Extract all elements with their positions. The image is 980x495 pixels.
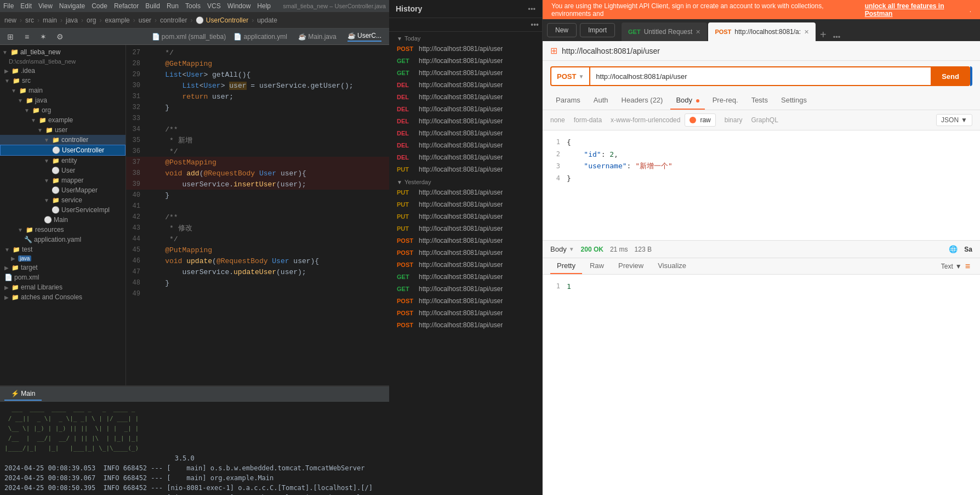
history-today-collapse[interactable]: ▼ — [397, 36, 402, 42]
tab-close-icon[interactable]: ✕ — [696, 29, 700, 36]
tree-main[interactable]: ▼📁 main — [0, 86, 126, 95]
url-input[interactable] — [590, 66, 931, 86]
tree-target[interactable]: ▶📁 target — [0, 263, 126, 272]
menu-edit[interactable]: Edit — [20, 2, 32, 10]
menu-tools[interactable]: Tools — [185, 2, 201, 10]
tree-main-class[interactable]: ⚪ Main — [0, 215, 126, 225]
body-type-urlencoded[interactable]: x-www-form-urlencoded — [611, 116, 680, 124]
toolbar-settings-btn[interactable]: ⚙ — [54, 31, 66, 43]
tree-user-entity[interactable]: ⚪ User — [0, 166, 126, 175]
history-item[interactable]: GET http://localhost:8081/api/user — [389, 55, 542, 67]
import-button[interactable]: Import — [580, 23, 615, 37]
tree-example[interactable]: ▼📁 example — [0, 115, 126, 125]
tab-prereq[interactable]: Pre-req. — [707, 92, 744, 110]
tree-entity[interactable]: ▼📁 entity — [0, 156, 126, 166]
tab-post-active[interactable]: POST http://localhost:8081/a: ✕ — [708, 22, 816, 41]
body-type-graphql[interactable]: GraphQL — [751, 116, 778, 124]
menu-view[interactable]: View — [38, 2, 53, 10]
history-item[interactable]: DEL http://localhost:8081/api/user — [389, 91, 542, 103]
menu-build[interactable]: Build — [145, 2, 160, 10]
tabs-more-btn[interactable]: ••• — [831, 33, 843, 41]
menu-vcs[interactable]: VCS — [207, 2, 221, 10]
tree-test-java[interactable]: ▶java — [0, 254, 126, 263]
tab-settings[interactable]: Settings — [776, 92, 812, 110]
menu-window[interactable]: Window — [227, 2, 251, 10]
tree-controller-folder[interactable]: ▼📁 controller — [0, 135, 126, 145]
body-type-raw[interactable]: raw — [685, 113, 715, 127]
ide-editor[interactable]: 27 */ 28 @GetMapping 29 List<User> getAl… — [126, 45, 389, 385]
add-tab-btn[interactable]: + — [816, 29, 831, 41]
history-more-icon[interactable]: ••• — [528, 5, 535, 13]
tree-user-pkg[interactable]: ▼📁 user — [0, 125, 126, 135]
resp-icon-btn[interactable]: ≡ — [963, 261, 972, 271]
history-item[interactable]: PUT http://localhost:8081/api/user — [389, 186, 542, 198]
tab-label-pom[interactable]: 📄 pom.xml (small_tieba) — [152, 33, 226, 41]
tab-label-main[interactable]: ☕ Main.java — [298, 33, 337, 41]
tab-label-controller[interactable]: ☕ UserC... — [347, 32, 381, 42]
toolbar-star-btn[interactable]: ✶ — [37, 31, 49, 43]
toolbar-structure-btn[interactable]: ⊞ — [4, 31, 16, 43]
tree-app-yaml[interactable]: 🔧 application.yaml — [0, 235, 126, 244]
tree-mapper[interactable]: ▼📁 mapper — [0, 175, 126, 185]
history-item[interactable]: DEL http://localhost:8081/api/user — [389, 139, 542, 151]
history-item[interactable]: GET http://localhost:8081/api/user — [389, 271, 542, 283]
tree-user-controller[interactable]: ⚪ UserController — [0, 145, 126, 156]
tab-label-yml[interactable]: 📄 application.yml — [233, 33, 287, 41]
tree-service-impl[interactable]: ⚪ UserServiceImpl — [0, 205, 126, 215]
history-item[interactable]: DEL http://localhost:8081/api/user — [389, 127, 542, 139]
body-type-formdata[interactable]: form-data — [574, 116, 602, 124]
tab-body[interactable]: Body — [670, 92, 704, 110]
tree-src[interactable]: ▼📁 src — [0, 76, 126, 86]
tree-user-mapper[interactable]: ⚪ UserMapper — [0, 185, 126, 195]
menu-code[interactable]: Code — [92, 2, 107, 10]
history-item[interactable]: POST http://localhost:8081/api/user — [389, 235, 542, 247]
history-item[interactable]: DEL http://localhost:8081/api/user — [389, 79, 542, 91]
tree-java-dir[interactable]: ▼📁 java — [0, 95, 126, 105]
tree-resources[interactable]: ▼📁 resources — [0, 225, 126, 235]
menu-file[interactable]: File — [3, 2, 14, 10]
resp-format-selector[interactable]: Text ▼ — [941, 263, 962, 270]
tree-ext-libs[interactable]: ▶📁 ernal Libraries — [0, 282, 126, 292]
tab-headers[interactable]: Headers (22) — [616, 92, 669, 110]
tab-params[interactable]: Params — [550, 92, 586, 110]
history-item[interactable]: POST http://localhost:8081/api/user — [389, 319, 542, 331]
request-body-editor[interactable]: 1 { 2 "id": 2, 3 "username": "新增一个" 4 } — [543, 130, 980, 240]
history-item[interactable]: POST http://localhost:8081/api/user — [389, 295, 542, 307]
format-selector[interactable]: JSON ▼ — [936, 114, 972, 126]
history-yesterday-collapse[interactable]: ▼ — [397, 179, 402, 185]
menu-run[interactable]: Run — [167, 2, 179, 10]
body-dropdown-icon[interactable]: ▼ — [569, 246, 574, 252]
menu-help[interactable]: Help — [257, 2, 271, 10]
history-item[interactable]: PUT http://localhost:8081/api/user — [389, 198, 542, 210]
resp-tab-raw[interactable]: Raw — [583, 258, 611, 274]
tree-org[interactable]: ▼📁 org — [0, 105, 126, 115]
history-item[interactable]: PUT http://localhost:8081/api/user — [389, 163, 542, 175]
tab-get-untitled[interactable]: GET Untitled Request ✕ — [622, 22, 707, 41]
resp-tab-visualize[interactable]: Visualize — [651, 258, 693, 274]
tree-service[interactable]: ▼📁 service — [0, 195, 126, 205]
menu-refactor[interactable]: Refactor — [114, 2, 139, 10]
banner-unlock-link[interactable]: unlock all free features in Postman — [865, 2, 970, 18]
resp-tab-pretty[interactable]: Pretty — [550, 258, 582, 274]
history-item[interactable]: PUT http://localhost:8081/api/user — [389, 210, 542, 223]
body-type-none[interactable]: none — [550, 116, 565, 124]
tab-auth[interactable]: Auth — [588, 92, 614, 110]
send-button[interactable]: Send — [931, 66, 970, 86]
history-item[interactable]: GET http://localhost:8081/api/user — [389, 67, 542, 79]
history-item[interactable]: DEL http://localhost:8081/api/user — [389, 151, 542, 163]
tab-post-close-icon[interactable]: ✕ — [804, 29, 809, 36]
tree-pom[interactable]: 📄 pom.xml — [0, 272, 126, 282]
history-item[interactable]: POST http://localhost:8081/api/user — [389, 259, 542, 271]
console-output[interactable]: ___ ____ ____ ___ _ _ ____ _ / __|| _ \|… — [0, 402, 389, 495]
menu-navigate[interactable]: Navigate — [59, 2, 85, 10]
tree-test[interactable]: ▼📁 test — [0, 244, 126, 254]
history-item[interactable]: DEL http://localhost:8081/api/user — [389, 115, 542, 127]
history-item[interactable]: GET http://localhost:8081/api/user — [389, 283, 542, 295]
console-tab-main[interactable]: ⚡ Main — [4, 388, 42, 401]
toolbar-list-btn[interactable]: ≡ — [21, 31, 33, 43]
history-item[interactable]: DEL http://localhost:8081/api/user — [389, 103, 542, 115]
new-button[interactable]: New — [547, 23, 577, 37]
method-selector[interactable]: POST ▼ — [550, 66, 590, 86]
tree-root[interactable]: ▼📁 all_tieba_new — [0, 47, 126, 57]
history-item[interactable]: POST http://localhost:8081/api/user — [389, 247, 542, 259]
